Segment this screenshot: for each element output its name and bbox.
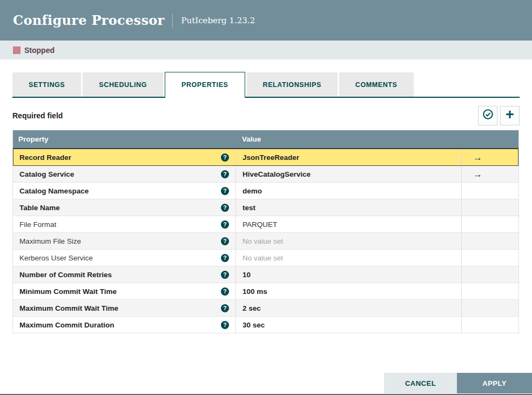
goto-cell <box>462 300 518 316</box>
dialog-content: SETTINGSSCHEDULINGPROPERTIESRELATIONSHIP… <box>0 72 532 333</box>
property-row[interactable]: Table Name?test <box>13 199 518 216</box>
help-icon[interactable]: ? <box>221 321 229 329</box>
property-row[interactable]: Record Reader?JsonTreeReader→ <box>13 149 518 166</box>
goto-cell <box>462 266 518 283</box>
property-name: Table Name <box>19 204 60 212</box>
goto-cell: → <box>462 149 518 165</box>
goto-cell <box>462 250 518 266</box>
help-icon[interactable]: ? <box>221 204 229 212</box>
goto-cell <box>462 233 518 249</box>
property-name: Minimum Commit Wait Time <box>19 287 117 296</box>
property-value-cell[interactable]: 30 sec <box>236 317 462 333</box>
tab-comments[interactable]: COMMENTS <box>339 72 414 97</box>
property-value: PARQUET <box>243 220 277 229</box>
tab-properties[interactable]: PROPERTIES <box>165 72 245 98</box>
goto-service-arrow-icon[interactable]: → <box>473 153 482 162</box>
property-name-cell: Maximum Commit Duration? <box>13 317 236 333</box>
help-icon[interactable]: ? <box>221 170 229 178</box>
help-icon[interactable]: ? <box>221 254 229 262</box>
property-row[interactable]: Maximum Commit Duration?30 sec <box>13 317 518 333</box>
property-value-cell[interactable]: JsonTreeReader <box>236 149 462 165</box>
property-value: No value set <box>243 254 283 262</box>
check-circle-icon <box>482 109 494 122</box>
add-property-button[interactable]: + <box>500 106 520 125</box>
goto-cell <box>462 317 518 333</box>
tab-label: RELATIONSHIPS <box>263 81 321 89</box>
tab-scheduling[interactable]: SCHEDULING <box>83 72 163 97</box>
property-name-cell: Catalog Service? <box>13 166 236 182</box>
property-value-cell[interactable]: PARQUET <box>236 216 462 232</box>
property-value: JsonTreeReader <box>243 153 299 162</box>
property-row[interactable]: Maximum Commit Wait Time?2 sec <box>13 300 518 317</box>
property-name: Maximum Commit Duration <box>19 321 115 329</box>
property-row[interactable]: File Format?PARQUET <box>13 216 518 233</box>
dialog-header: Configure Processor PutIceberg 1.23.2 <box>0 0 532 41</box>
property-row[interactable]: Minimum Commit Wait Time?100 ms <box>13 283 518 300</box>
property-row[interactable]: Catalog Namespace?demo <box>13 183 518 199</box>
property-value: No value set <box>243 237 283 245</box>
goto-cell: → <box>462 166 518 182</box>
tab-label: SETTINGS <box>29 81 65 89</box>
plus-icon: + <box>506 108 514 122</box>
property-row[interactable]: Maximum File Size?No value set <box>13 233 518 250</box>
property-name: Catalog Service <box>19 170 74 178</box>
property-value-cell[interactable]: No value set <box>236 250 462 266</box>
property-name: Number of Commit Retries <box>19 271 112 279</box>
property-value: HiveCatalogService <box>243 170 311 178</box>
apply-button[interactable]: APPLY <box>457 373 532 393</box>
property-value-cell[interactable]: 100 ms <box>236 283 462 299</box>
tab-label: PROPERTIES <box>181 81 228 89</box>
help-icon[interactable]: ? <box>221 153 229 162</box>
property-name-cell: Table Name? <box>13 199 236 216</box>
property-name-cell: Minimum Commit Wait Time? <box>13 283 236 299</box>
property-name-cell: Number of Commit Retries? <box>13 266 236 283</box>
property-name-cell: File Format? <box>13 216 236 232</box>
property-name: Maximum Commit Wait Time <box>19 304 118 312</box>
property-value-cell[interactable]: HiveCatalogService <box>236 166 462 182</box>
configure-processor-dialog: Configure Processor PutIceberg 1.23.2 St… <box>0 0 532 395</box>
property-value-cell[interactable]: No value set <box>236 233 462 249</box>
tab-settings[interactable]: SETTINGS <box>12 72 81 97</box>
value-column-header: Value <box>236 135 462 143</box>
tab-relationships[interactable]: RELATIONSHIPS <box>247 72 338 97</box>
help-icon[interactable]: ? <box>221 237 229 245</box>
property-name-cell: Maximum File Size? <box>13 233 236 249</box>
properties-toolbar: + <box>478 106 520 125</box>
help-icon[interactable]: ? <box>221 187 229 195</box>
property-name-cell: Record Reader? <box>13 149 236 165</box>
property-value-cell[interactable]: demo <box>236 183 462 199</box>
property-value: test <box>243 204 255 212</box>
tab-bar: SETTINGSSCHEDULINGPROPERTIESRELATIONSHIP… <box>12 72 520 98</box>
property-column-header: Property <box>13 135 236 143</box>
properties-table: Property Value Record Reader?JsonTreeRea… <box>12 130 519 333</box>
table-header: Property Value <box>13 130 518 149</box>
goto-cell <box>462 183 518 199</box>
help-icon[interactable]: ? <box>221 304 229 312</box>
property-row[interactable]: Catalog Service?HiveCatalogService→ <box>13 166 518 183</box>
property-value: 10 <box>243 271 251 279</box>
tab-label: COMMENTS <box>355 81 398 89</box>
property-name: Maximum File Size <box>19 237 81 245</box>
title-divider <box>172 14 173 28</box>
help-icon[interactable]: ? <box>221 287 229 296</box>
verify-properties-button[interactable] <box>478 106 497 125</box>
help-icon[interactable]: ? <box>221 271 229 279</box>
property-value: 100 ms <box>243 287 267 296</box>
property-value-cell[interactable]: test <box>236 199 462 216</box>
property-row[interactable]: Number of Commit Retries?10 <box>13 266 518 283</box>
property-value: 30 sec <box>243 321 265 329</box>
property-value-cell[interactable]: 10 <box>236 266 462 283</box>
processor-name-version: PutIceberg 1.23.2 <box>181 16 255 25</box>
tab-label: SCHEDULING <box>99 81 147 89</box>
required-field-note: Required field <box>12 111 63 120</box>
property-value: 2 sec <box>243 304 261 312</box>
cancel-button[interactable]: CANCEL <box>384 373 457 393</box>
property-value-cell[interactable]: 2 sec <box>236 300 462 316</box>
property-row[interactable]: Kerberos User Service?No value set <box>13 250 518 266</box>
status-label: Stopped <box>24 46 55 55</box>
dialog-title: Configure Processor <box>13 12 164 28</box>
goto-cell <box>462 199 518 216</box>
property-name: Kerberos User Service <box>19 254 93 262</box>
goto-service-arrow-icon[interactable]: → <box>473 170 482 179</box>
help-icon[interactable]: ? <box>221 220 229 229</box>
